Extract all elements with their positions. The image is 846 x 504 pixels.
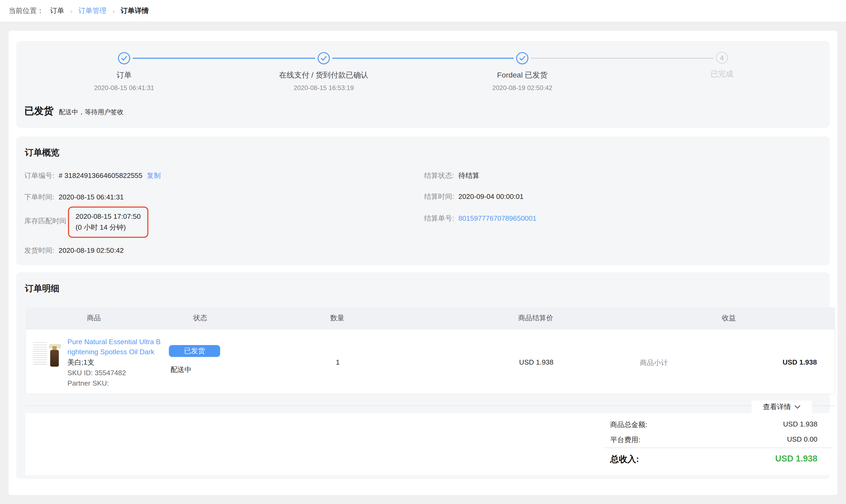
step-label: 订单 <box>38 71 210 80</box>
order-status-desc: 配送中，等待用户签收 <box>59 108 124 117</box>
view-detail-label: 查看详情 <box>763 402 791 412</box>
column-header-settle-price: 商品结算价 <box>518 307 553 329</box>
platform-fee-value: USD 0.00 <box>787 435 817 443</box>
stock-match-duration: (0 小时 14 分钟) <box>75 222 141 233</box>
ship-time-row: 发货时间: 2020-08-19 02:50:42 <box>24 246 124 256</box>
table-row: Pure Natural Essential Ultra Brightening… <box>25 329 835 394</box>
settle-time-label: 结算时间: <box>424 192 454 202</box>
details-heading: 订单明细 <box>25 283 59 294</box>
order-detail-page: 当前位置： 订单 › 订单管理 › 订单详情 订单 2020-08-15 06:… <box>0 0 846 504</box>
total-income-value: USD 1.938 <box>775 454 817 464</box>
table-header: 商品 状态 数量 商品结算价 收益 <box>25 307 835 329</box>
step-order-created: 订单 2020-08-15 06:41:31 <box>38 52 210 92</box>
total-income-label: 总收入: <box>610 454 639 466</box>
order-detail-card: 订单 2020-08-15 06:41:31 在线支付 / 货到付款已确认 20… <box>8 31 837 495</box>
column-header-status: 状态 <box>193 307 207 329</box>
order-details-panel: 订单明细 商品 状态 数量 商品结算价 收益 Pure Natural Esse… <box>16 272 830 479</box>
subtotal-value: USD 1.938 <box>782 358 817 366</box>
settle-status-row: 结算状态: 待结算 <box>424 171 479 181</box>
divider <box>25 406 835 406</box>
ship-time-label: 发货时间: <box>24 246 54 256</box>
order-overview-panel: 订单概览 订单编号: # 31824913664605822555 复制 下单时… <box>16 137 830 265</box>
settle-number-label: 结算单号: <box>424 214 454 223</box>
check-circle-icon <box>118 52 131 65</box>
subtotal-label: 商品小计 <box>640 358 668 368</box>
column-header-profit: 收益 <box>722 307 736 329</box>
order-time-value: 2020-08-15 06:41:31 <box>59 193 124 201</box>
column-header-product: 商品 <box>87 307 101 329</box>
breadcrumb-item-order-management[interactable]: 订单管理 <box>78 6 107 16</box>
quantity-cell: 1 <box>336 358 340 366</box>
check-circle-icon <box>317 52 330 65</box>
goods-total-value: USD 1.938 <box>783 420 817 428</box>
view-detail-button[interactable]: 查看详情 <box>752 401 812 414</box>
chevron-down-icon <box>794 405 800 409</box>
step-completed: 4 已完成 <box>636 52 808 79</box>
breadcrumb-item-order-detail: 订单详情 <box>121 6 149 16</box>
breadcrumb-item-orders[interactable]: 订单 <box>50 6 64 16</box>
order-status: 已发货 配送中，等待用户签收 <box>24 105 124 118</box>
progress-panel: 订单 2020-08-15 06:41:31 在线支付 / 货到付款已确认 20… <box>16 41 830 128</box>
order-number-value: # 31824913664605822555 <box>59 172 143 180</box>
order-time-row: 下单时间: 2020-08-15 06:41:31 <box>24 193 124 202</box>
breadcrumb-prefix: 当前位置： <box>8 6 43 16</box>
product-image-text <box>33 342 47 365</box>
step-shipped: Fordeal 已发货 2020-08-19 02:50:42 <box>436 52 609 92</box>
breadcrumb: 当前位置： 订单 › 订单管理 › 订单详情 <box>0 0 846 21</box>
settle-number-row: 结算单号: 80159777670789650001 <box>424 214 536 223</box>
divider <box>604 447 833 448</box>
step-label: 在线支付 / 货到付款已确认 <box>237 71 410 80</box>
step-label: Fordeal 已发货 <box>436 71 609 80</box>
product-image <box>31 339 63 368</box>
status-sub-text: 配送中 <box>171 365 192 375</box>
product-partner-sku: Partner SKU: <box>68 378 161 389</box>
product-info: Pure Natural Essential Ultra Brightening… <box>68 337 161 389</box>
step-time: 2020-08-15 16:53:19 <box>237 84 410 92</box>
settle-status-value: 待结算 <box>458 171 479 181</box>
order-number-row: 订单编号: # 31824913664605822555 复制 <box>24 171 161 181</box>
chevron-right-icon: › <box>112 7 115 15</box>
product-title-link[interactable]: Pure Natural Essential Ultra Brightening… <box>68 337 161 357</box>
settle-time-value: 2020-09-04 00:00:01 <box>458 193 524 200</box>
goods-total-label: 商品总金额: <box>610 420 647 430</box>
stock-match-time-label: 库存匹配时间 <box>24 216 66 226</box>
step-number-circle-icon: 4 <box>716 52 728 64</box>
summary-box: 商品总金额: USD 1.938 平台费用: USD 0.00 总收入: USD… <box>25 413 835 475</box>
product-image-bottle <box>50 350 59 367</box>
stock-match-time-value: 2020-08-15 17:07:50 <box>75 211 141 222</box>
copy-order-number-link[interactable]: 复制 <box>147 171 161 181</box>
settle-time-row: 结算时间: 2020-09-04 00:00:01 <box>424 192 524 202</box>
order-number-label: 订单编号: <box>24 171 54 181</box>
step-payment-confirmed: 在线支付 / 货到付款已确认 2020-08-15 16:53:19 <box>237 52 410 92</box>
check-circle-icon <box>516 52 529 65</box>
chevron-right-icon: › <box>70 7 72 15</box>
column-header-quantity: 数量 <box>330 307 345 329</box>
step-time: 2020-08-19 02:50:42 <box>436 84 609 92</box>
order-status-title: 已发货 <box>24 105 53 118</box>
settle-number-link[interactable]: 80159777670789650001 <box>458 214 536 222</box>
status-badge: 已发货 <box>169 345 220 357</box>
step-time: 2020-08-15 06:41:31 <box>38 84 210 92</box>
product-spec: 美白;1支 <box>68 357 161 367</box>
stock-match-time-annotation-box: 2020-08-15 17:07:50 (0 小时 14 分钟) <box>68 206 148 238</box>
step-label: 已完成 <box>636 70 808 79</box>
product-image-bottle-cap <box>52 346 57 350</box>
order-time-label: 下单时间: <box>24 193 54 202</box>
settle-price-cell: USD 1.938 <box>519 358 553 366</box>
settle-status-label: 结算状态: <box>424 171 454 181</box>
ship-time-value: 2020-08-19 02:50:42 <box>59 247 124 254</box>
overview-heading: 订单概览 <box>25 147 59 159</box>
platform-fee-label: 平台费用: <box>610 435 640 445</box>
product-sku: SKU ID: 35547482 <box>68 368 161 378</box>
